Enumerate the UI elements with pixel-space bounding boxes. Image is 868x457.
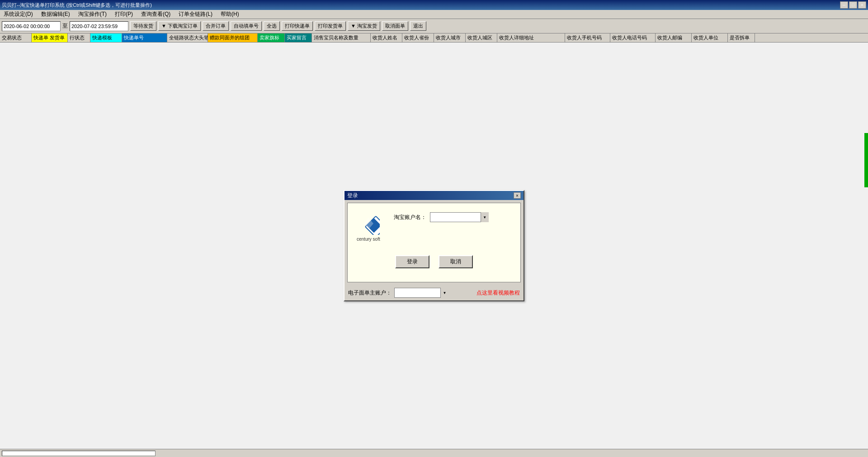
col-seller-flag: 卖家旗标 [258, 33, 285, 42]
menu-fullchain[interactable]: 订单全链路(L) [177, 10, 214, 19]
cancel-waybill-button[interactable]: 取消面单 [382, 21, 408, 31]
main-content: 登录 × century soft [0, 43, 868, 449]
taobao-ship-button[interactable]: ▼ 淘宝发货 [348, 21, 380, 31]
menu-system[interactable]: 系统设定(D) [2, 10, 35, 19]
taobao-label: 淘宝账户名： [394, 214, 426, 221]
col-receiver-address: 收货人详细地址 [497, 33, 565, 42]
col-express-number: 快递单号 [122, 33, 167, 42]
col-receiver-phone: 收货人电话号码 [610, 33, 656, 42]
eface-label: 电子面单主账户： [348, 289, 392, 297]
logo-text: century soft [357, 237, 380, 242]
taobao-account-field: 淘宝账户名： ▼ [394, 212, 489, 222]
menu-print[interactable]: 打印(P) [113, 10, 135, 19]
eface-dropdown-wrapper: ▼ [394, 288, 448, 298]
logo-diamond [357, 212, 380, 235]
menu-query[interactable]: 查询查看(Q) [139, 10, 172, 19]
exit-button[interactable]: 退出 [410, 21, 426, 31]
restore-button[interactable]: □ [849, 1, 857, 9]
eface-account-area: 电子面单主账户： ▼ [348, 288, 448, 298]
status-progress [2, 451, 156, 456]
toolbar: 至 等待发货 ▼ 下载淘宝订单 合并订单 自动填单号 全选 打印快递单 打印发货… [0, 19, 868, 33]
select-all-button[interactable]: 全选 [264, 21, 280, 31]
col-trade-status: 交易状态 [0, 33, 32, 42]
col-buyer-message: 买家留言 [285, 33, 312, 42]
col-receiver-name: 收货人姓名 [371, 33, 402, 42]
date-separator: 至 [62, 22, 68, 30]
taobao-account-dropdown-wrapper: ▼ [430, 212, 489, 222]
print-express-button[interactable]: 打印快递单 [282, 21, 313, 31]
col-receiver-mobile: 收货人手机号码 [565, 33, 610, 42]
column-headers: 交易状态 快递单 发货单 行状态 快递模板 快递单号 全链路状态大头笔 赠款同面… [0, 33, 868, 43]
download-orders-button[interactable]: ▼ 下载淘宝订单 [158, 21, 201, 31]
dialog-buttons: 登录 取消 [357, 255, 511, 268]
window-controls: ─ □ × [840, 1, 866, 9]
dialog-footer: 电子面单主账户： ▼ 点这里看视频教程 [344, 285, 524, 300]
eface-dropdown-arrow[interactable]: ▼ [440, 288, 448, 298]
dialog-titlebar: 登录 × [344, 191, 524, 200]
col-receiver-district: 收货人城区 [466, 33, 497, 42]
minimize-button[interactable]: ─ [840, 1, 848, 9]
col-item-name: 消售宝贝名称及数量 [312, 33, 371, 42]
title-bar: 贝贝打--淘宝快递单打印系统 (按Ctrl或Shift键多选，可进行批量操作) … [0, 0, 868, 10]
close-button[interactable]: × [858, 1, 866, 9]
login-button[interactable]: 登录 [395, 255, 429, 268]
menu-taobao-ops[interactable]: 淘宝操作(T) [76, 10, 108, 19]
menu-help[interactable]: 帮助(H) [219, 10, 241, 19]
merge-orders-button[interactable]: 合并订单 [203, 21, 229, 31]
date-to-input[interactable] [70, 21, 128, 31]
dialog-overlay: 登录 × century soft [0, 43, 868, 449]
date-from-input[interactable] [2, 21, 61, 31]
col-receiver-city: 收货人城市 [434, 33, 466, 42]
menu-bar: 系统设定(D) 数据编辑(E) 淘宝操作(T) 打印(P) 查询查看(Q) 订单… [0, 10, 868, 19]
col-express-template: 快递模板 [90, 33, 122, 42]
dialog-close-button[interactable]: × [514, 192, 521, 199]
status-bar [0, 449, 868, 457]
status-dropdown-button[interactable]: 等待发货 [130, 21, 156, 31]
taobao-account-input[interactable] [430, 212, 489, 222]
col-receiver-province: 收货人省份 [402, 33, 434, 42]
video-tutorial-link[interactable]: 点这里看视频教程 [476, 289, 520, 297]
col-is-split: 是否拆单 [728, 33, 755, 42]
taobao-dropdown-arrow[interactable]: ▼ [481, 212, 489, 222]
dialog-body: century soft 淘宝账户名： ▼ 登录 取消 [347, 203, 521, 282]
login-dialog: 登录 × century soft [344, 190, 524, 301]
window-title: 贝贝打--淘宝快递单打印系统 (按Ctrl或Shift键多选，可进行批量操作) [2, 2, 152, 9]
auto-fill-button[interactable]: 自动填单号 [231, 21, 262, 31]
col-fullchain-status: 全链路状态大头笔 [167, 33, 208, 42]
cancel-button[interactable]: 取消 [439, 255, 473, 268]
dialog-title: 登录 [347, 192, 358, 200]
col-express-delivery: 快递单 发货单 [32, 33, 68, 42]
col-receiver-company: 收货人单位 [692, 33, 728, 42]
col-group-order: 赠款同面并的组团 [208, 33, 258, 42]
print-delivery-button[interactable]: 打印发货单 [315, 21, 346, 31]
logo-area: century soft 淘宝账户名： ▼ [357, 212, 511, 242]
col-row-status: 行状态 [68, 33, 90, 42]
menu-data-edit[interactable]: 数据编辑(E) [39, 10, 72, 19]
logo-container: century soft [357, 212, 380, 242]
col-receiver-zipcode: 收货人邮编 [656, 33, 692, 42]
